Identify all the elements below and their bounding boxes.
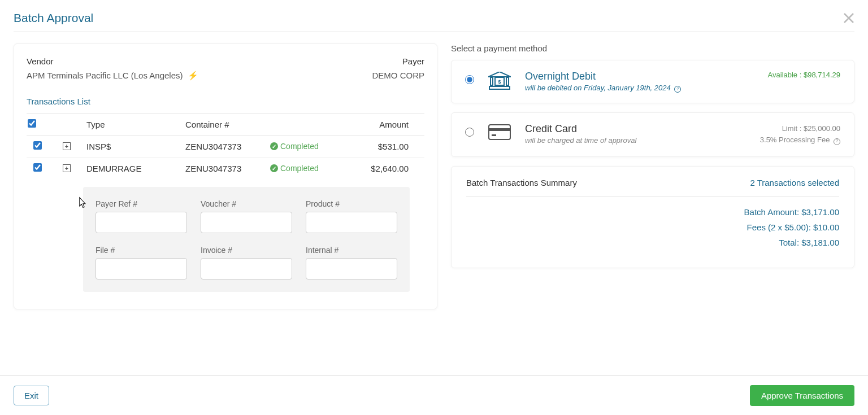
exit-button[interactable]: Exit: [14, 386, 49, 405]
debit-radio[interactable]: [465, 75, 474, 84]
check-icon: [270, 164, 278, 172]
transactions-list-label: Transactions List: [27, 97, 424, 106]
modal-title: Batch Approval: [14, 11, 93, 25]
svg-rect-8: [489, 125, 510, 139]
file-label: File #: [96, 246, 187, 255]
product-input[interactable]: [306, 212, 397, 233]
check-icon: [270, 142, 278, 150]
payer-ref-input[interactable]: [96, 212, 187, 233]
voucher-label: Voucher #: [201, 199, 292, 208]
row-detail-panel: Payer Ref # Voucher # Product # File #: [83, 187, 410, 292]
close-icon[interactable]: [843, 12, 854, 24]
payment-method-debit[interactable]: $ Overnight Debit will be debited on Fri…: [451, 60, 854, 103]
row-status: Completed: [280, 164, 319, 173]
approve-button[interactable]: Approve Transactions: [750, 385, 854, 406]
payer-label: Payer: [372, 56, 424, 66]
summary-total: Total: $3,181.00: [466, 238, 839, 247]
credit-card-icon: [487, 123, 513, 140]
voucher-input[interactable]: [201, 212, 292, 233]
product-label: Product #: [306, 199, 397, 208]
summary-fees: Fees (2 x $5.00): $10.00: [466, 222, 839, 232]
table-header: Type Container # Amount: [27, 113, 424, 136]
cc-fee: 3.5% Processing Fee: [760, 136, 830, 144]
svg-marker-2: [488, 72, 511, 77]
summary-panel: Batch Transactions Summary 2 Transaction…: [451, 166, 854, 268]
vendor-name: APM Terminals Pacific LLC (Los Angeles): [27, 71, 183, 80]
cc-limit: Limit : $25,000.00: [760, 123, 840, 135]
internal-label: Internal #: [306, 246, 397, 255]
summary-batch-amount: Batch Amount: $3,171.00: [466, 207, 839, 217]
payment-method-credit[interactable]: Credit Card will be charged at time of a…: [451, 112, 854, 158]
expand-icon[interactable]: [63, 164, 71, 172]
vendor-label: Vendor: [27, 56, 198, 66]
payment-method-label: Select a payment method: [451, 43, 854, 53]
row-container: ZENU3047373: [185, 164, 270, 173]
transactions-panel: Vendor APM Terminals Pacific LLC (Los An…: [14, 43, 437, 309]
cc-sub: will be charged at time of approval: [525, 136, 636, 145]
svg-rect-4: [506, 77, 509, 85]
svg-rect-3: [491, 77, 493, 85]
svg-rect-10: [492, 134, 496, 136]
debit-sub: will be debited on Friday, January 19th,…: [525, 84, 671, 92]
row-status: Completed: [280, 142, 319, 151]
svg-text:$: $: [498, 79, 501, 85]
svg-rect-6: [489, 86, 510, 89]
col-amount: Amount: [344, 120, 424, 129]
row-checkbox[interactable]: [33, 163, 42, 172]
col-type: Type: [86, 120, 185, 129]
invoice-input[interactable]: [201, 258, 292, 279]
row-type: DEMURRAGE: [86, 164, 185, 173]
row-amount: $2,640.00: [344, 164, 424, 173]
select-all-checkbox[interactable]: [28, 119, 36, 128]
file-input[interactable]: [96, 258, 187, 279]
lightning-icon: ⚡: [188, 71, 198, 80]
internal-input[interactable]: [306, 258, 397, 279]
cc-name: Credit Card: [525, 123, 636, 135]
payer-ref-label: Payer Ref #: [96, 199, 187, 208]
info-icon[interactable]: ?: [834, 138, 840, 145]
info-icon[interactable]: ?: [674, 86, 681, 93]
summary-title: Batch Transactions Summary: [466, 178, 577, 187]
row-amount: $531.00: [344, 142, 424, 151]
payer-name: DEMO CORP: [372, 71, 424, 80]
table-row: INSP$ ZENU3047373 Completed $531.00: [27, 136, 424, 157]
row-checkbox[interactable]: [33, 141, 42, 150]
summary-selected: 2 Transactions selected: [750, 178, 839, 187]
debit-available: Available : $98,714.29: [768, 71, 840, 79]
expand-icon[interactable]: [63, 142, 71, 150]
debit-name: Overnight Debit: [525, 71, 681, 82]
row-type: INSP$: [86, 142, 185, 151]
bank-icon: $: [487, 71, 513, 91]
invoice-label: Invoice #: [201, 246, 292, 255]
col-container: Container #: [185, 120, 270, 129]
svg-rect-9: [489, 128, 510, 131]
row-container: ZENU3047373: [185, 142, 270, 151]
table-row: DEMURRAGE ZENU3047373 Completed $2,640.0…: [27, 157, 424, 179]
cc-radio[interactable]: [465, 128, 474, 137]
